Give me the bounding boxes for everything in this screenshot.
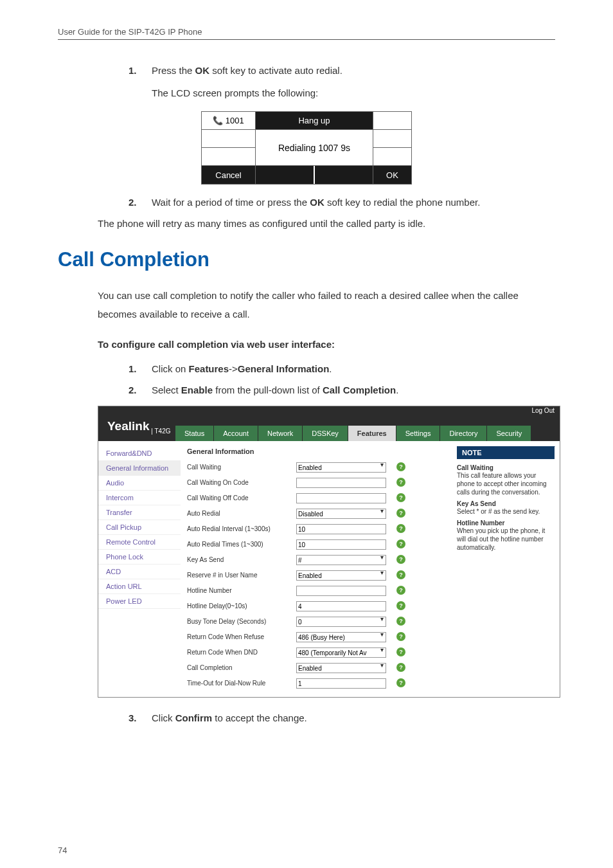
help-icon[interactable]: ? bbox=[396, 493, 405, 502]
form-label: Call Waiting Off Code bbox=[187, 494, 296, 502]
lcd-blank bbox=[202, 148, 256, 166]
help-icon[interactable]: ? bbox=[396, 678, 405, 687]
select-field[interactable] bbox=[296, 570, 386, 581]
tab-network[interactable]: Network bbox=[258, 426, 302, 441]
form-label: Call Waiting bbox=[187, 464, 296, 471]
note-heading: Call Waiting bbox=[457, 464, 555, 471]
help-icon[interactable]: ? bbox=[396, 539, 405, 548]
form-label: Call Completion bbox=[187, 664, 296, 671]
lcd-softkey-blank bbox=[256, 166, 373, 185]
web-titlebar: Log Out bbox=[98, 406, 560, 418]
lcd-softkey-ok: OK bbox=[373, 166, 412, 185]
help-icon[interactable]: ? bbox=[396, 478, 405, 487]
note-column: NOTE Call WaitingThis call feature allow… bbox=[452, 441, 560, 697]
help-icon[interactable]: ? bbox=[396, 617, 405, 626]
text: to accept the change. bbox=[212, 712, 307, 723]
select-field[interactable] bbox=[296, 462, 386, 473]
sidebar-item[interactable]: Forward&DND bbox=[98, 446, 181, 461]
form-label: Auto Redial Interval (1~300s) bbox=[187, 525, 296, 532]
sidebar-item[interactable]: General Information bbox=[98, 461, 181, 476]
form-row: Call Waiting? bbox=[187, 460, 445, 473]
text-field[interactable] bbox=[296, 586, 386, 596]
help-icon[interactable]: ? bbox=[396, 555, 405, 564]
note-title: NOTE bbox=[457, 446, 555, 459]
help-icon[interactable]: ? bbox=[396, 663, 405, 672]
tab-settings[interactable]: Settings bbox=[396, 426, 440, 441]
sidebar-item[interactable]: Action URL bbox=[98, 579, 181, 594]
text-field[interactable] bbox=[296, 493, 386, 503]
paragraph: You can use call completion to notify th… bbox=[98, 287, 555, 323]
form-row: Hotline Delay(0~10s)? bbox=[187, 599, 445, 612]
tab-security[interactable]: Security bbox=[487, 426, 531, 441]
select-field[interactable] bbox=[296, 663, 386, 673]
sidebar-item[interactable]: Phone Lock bbox=[98, 550, 181, 565]
sidebar-item[interactable]: ACD bbox=[98, 565, 181, 579]
section-heading: Call Completion bbox=[58, 248, 555, 271]
sidebar-item[interactable]: Remote Control bbox=[98, 535, 181, 550]
help-icon[interactable]: ? bbox=[396, 586, 405, 595]
form-label: Time-Out for Dial-Now Rule bbox=[187, 680, 296, 687]
step-c2: 2. Select Enable from the pull-down list… bbox=[129, 381, 555, 400]
text: Click on bbox=[152, 363, 189, 374]
lcd-softkey-cancel: Cancel bbox=[202, 166, 256, 185]
help-icon[interactable]: ? bbox=[396, 601, 405, 610]
logout-link[interactable]: Log Out bbox=[531, 407, 555, 414]
divider bbox=[58, 39, 555, 40]
note-text: When you pick up the phone, it will dial… bbox=[457, 527, 555, 552]
form-row: Busy Tone Delay (Seconds)? bbox=[187, 615, 445, 628]
step-c1: 1. Click on Features->General Informatio… bbox=[129, 360, 555, 379]
lcd-message: Redialing 1007 9s bbox=[256, 130, 373, 166]
text: -> bbox=[229, 363, 238, 374]
form-label: Reserve # in User Name bbox=[187, 572, 296, 579]
form-row: Call Waiting On Code? bbox=[187, 476, 445, 489]
form-label: Hotline Delay(0~10s) bbox=[187, 602, 296, 610]
lcd-softkey-hangup: Hang up bbox=[256, 112, 373, 130]
form-row: Time-Out for Dial-Now Rule? bbox=[187, 676, 445, 689]
text-bold: Call Completion bbox=[323, 384, 396, 395]
text-field[interactable] bbox=[296, 478, 386, 488]
text-bold: Enable bbox=[181, 384, 213, 395]
help-icon[interactable]: ? bbox=[396, 647, 405, 656]
step-3: 3. Click Confirm to accept the change. bbox=[129, 709, 555, 728]
form-label: Auto Redial Times (1~300) bbox=[187, 541, 296, 548]
select-field[interactable] bbox=[296, 632, 386, 642]
help-icon[interactable]: ? bbox=[396, 570, 405, 579]
text: soft key to activate auto redial. bbox=[209, 65, 342, 76]
select-field[interactable] bbox=[296, 647, 386, 658]
help-icon[interactable]: ? bbox=[396, 632, 405, 641]
page-number: 74 bbox=[58, 845, 67, 855]
sidebar-item[interactable]: Transfer bbox=[98, 505, 181, 520]
form-row: Reserve # in User Name? bbox=[187, 568, 445, 581]
paragraph: The phone will retry as many times as co… bbox=[98, 215, 555, 233]
tab-dsskey[interactable]: DSSKey bbox=[303, 426, 348, 441]
select-field[interactable] bbox=[296, 617, 386, 627]
text: Click bbox=[152, 712, 175, 723]
text-bold: OK bbox=[310, 197, 324, 208]
text-field[interactable] bbox=[296, 678, 386, 689]
sidebar-item[interactable]: Intercom bbox=[98, 491, 181, 505]
text-bold: Features bbox=[189, 363, 229, 374]
sidebar-item[interactable]: Audio bbox=[98, 476, 181, 491]
help-icon[interactable]: ? bbox=[396, 462, 405, 471]
form-label: Key As Send bbox=[187, 556, 296, 563]
sidebar: Forward&DNDGeneral InformationAudioInter… bbox=[98, 441, 181, 697]
help-icon[interactable]: ? bbox=[396, 524, 405, 533]
help-icon[interactable]: ? bbox=[396, 509, 405, 518]
text-field[interactable] bbox=[296, 601, 386, 611]
text-bold: OK bbox=[195, 65, 210, 76]
text-field[interactable] bbox=[296, 524, 386, 534]
select-field[interactable] bbox=[296, 555, 386, 565]
text: Wait for a period of time or press the bbox=[152, 197, 310, 208]
text-field[interactable] bbox=[296, 539, 386, 550]
tab-account[interactable]: Account bbox=[214, 426, 258, 441]
select-field[interactable] bbox=[296, 509, 386, 519]
lcd-screenshot: 📞 1001 Hang up Redialing 1007 9s Cancel … bbox=[201, 111, 412, 185]
form-label: Busy Tone Delay (Seconds) bbox=[187, 618, 296, 625]
tab-directory[interactable]: Directory bbox=[440, 426, 486, 441]
step-number: 1. bbox=[129, 62, 137, 80]
tab-features[interactable]: Features bbox=[348, 426, 396, 441]
tab-status[interactable]: Status bbox=[175, 426, 213, 441]
sidebar-item[interactable]: Call Pickup bbox=[98, 520, 181, 535]
sidebar-item[interactable]: Power LED bbox=[98, 594, 181, 609]
form-label: Auto Redial bbox=[187, 510, 296, 517]
